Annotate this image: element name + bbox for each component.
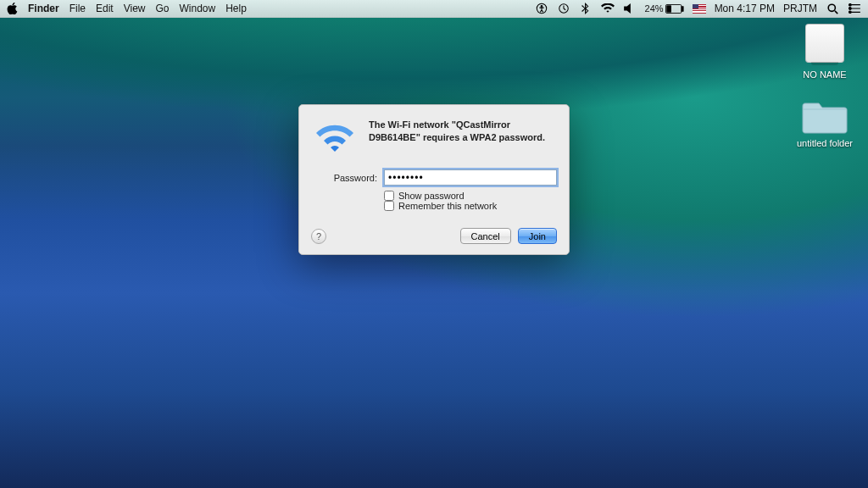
menu-bar: Finder File Edit View Go Window Help 24%… [0,0,868,18]
show-password-checkbox[interactable]: Show password [384,191,557,201]
desktop-drive-icon[interactable]: NO NAME [792,24,858,80]
svg-point-7 [849,3,852,6]
dialog-message: The Wi-Fi network "QCastMirror D9B614BE"… [369,119,557,144]
remember-network-label: Remember this network [398,201,497,211]
volume-icon[interactable] [623,2,637,15]
svg-point-9 [849,11,852,14]
remember-network-checkbox[interactable]: Remember this network [384,201,557,211]
remember-network-box[interactable] [384,201,394,211]
battery-pct: 24% [645,3,664,14]
menu-go[interactable]: Go [156,3,170,14]
bluetooth-icon[interactable] [579,2,593,15]
password-input[interactable] [384,169,557,186]
user-menu[interactable]: PRJTM [783,3,817,14]
clock[interactable]: Mon 4:17 PM [715,3,775,14]
input-source-icon[interactable] [693,4,706,14]
svg-rect-4 [682,6,683,11]
external-drive-icon [801,24,849,66]
spotlight-icon[interactable] [826,2,839,15]
accessibility-icon[interactable] [535,2,548,15]
svg-rect-5 [666,5,670,11]
password-label: Password: [311,173,377,183]
svg-point-1 [541,6,542,8]
drive-label: NO NAME [803,69,846,80]
apple-menu[interactable] [7,3,18,14]
wifi-password-dialog: The Wi-Fi network "QCastMirror D9B614BE"… [298,104,570,255]
show-password-label: Show password [398,191,465,201]
menu-edit[interactable]: Edit [96,3,114,14]
menu-view[interactable]: View [124,3,146,14]
time-machine-icon[interactable] [557,2,570,15]
svg-point-8 [849,8,852,10]
notification-center-icon[interactable] [848,2,861,15]
folder-icon [801,97,849,135]
battery-status[interactable]: 24% [645,3,684,14]
cancel-button[interactable]: Cancel [460,228,511,244]
wifi-icon [311,119,359,154]
wifi-menubar-icon[interactable] [601,2,615,15]
app-menu[interactable]: Finder [28,3,59,14]
menu-file[interactable]: File [70,3,86,14]
folder-label: untitled folder [797,138,853,148]
show-password-box[interactable] [384,191,394,201]
help-button[interactable]: ? [311,229,326,244]
join-button[interactable]: Join [518,228,557,244]
desktop-folder-icon[interactable]: untitled folder [792,97,858,148]
menu-help[interactable]: Help [225,3,247,14]
svg-point-6 [828,4,835,11]
menu-window[interactable]: Window [180,3,216,14]
